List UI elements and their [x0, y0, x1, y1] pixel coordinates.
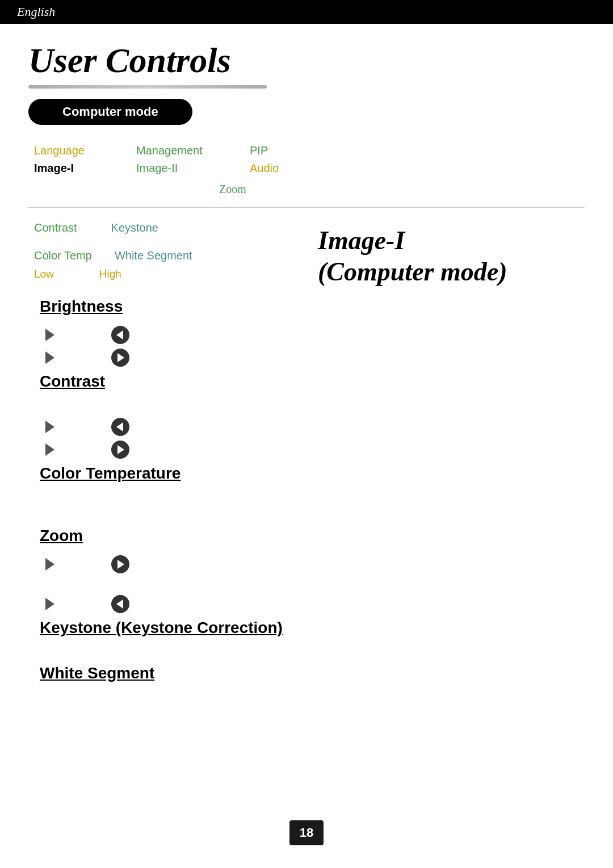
brightness-right-btn-2[interactable]: [111, 349, 129, 367]
contrast-controls: [45, 418, 301, 459]
contrast-row-1: [45, 418, 301, 436]
keystone-heading: Keystone (Keystone Correction): [40, 619, 301, 637]
right-title-line2: (Computer mode): [318, 256, 585, 287]
menu-image-ii[interactable]: Image-II: [136, 160, 250, 177]
page-number: 18: [289, 820, 324, 845]
contrast-arrow-right-2[interactable]: [45, 443, 54, 456]
zoom-heading: Zoom: [40, 527, 301, 545]
contrast-label: Contrast: [34, 219, 77, 237]
contrast-row-2: [45, 441, 301, 459]
zoom-right-btn-1[interactable]: [111, 555, 129, 573]
contrast-arrow-right-1[interactable]: [45, 421, 54, 433]
keystone-label: Keystone: [111, 219, 158, 237]
brightness-section: Brightness: [40, 297, 301, 367]
menu-management[interactable]: Management: [136, 142, 250, 160]
menu-language[interactable]: Language: [34, 142, 136, 160]
low-label: Low: [34, 268, 54, 280]
zoom-label-top: Zoom: [114, 183, 352, 196]
right-title-line1: Image-I: [318, 225, 585, 256]
contrast-left-btn-1[interactable]: [111, 418, 129, 436]
zoom-row-2: [45, 595, 301, 613]
white-segment-heading: White Segment: [40, 664, 301, 682]
contrast-section: Contrast: [40, 372, 301, 459]
mode-badge: Computer mode: [28, 99, 192, 125]
body-sections: Brightness Contrast: [40, 297, 301, 682]
right-title: Image-I (Computer mode): [318, 225, 585, 287]
menu-audio[interactable]: Audio: [250, 160, 318, 177]
color-temp-heading: Color Temperature: [40, 464, 301, 483]
zoom-controls: [45, 555, 301, 613]
brightness-left-btn-1[interactable]: [111, 326, 129, 344]
colortemp-whitesegment-row: Color Temp White Segment: [34, 247, 301, 265]
color-temp-label: Color Temp: [34, 247, 92, 265]
main-content: User Controls Computer mode Language Man…: [0, 24, 613, 727]
section-divider: [28, 207, 585, 208]
white-segment-label: White Segment: [115, 247, 192, 265]
page-number-wrap: 18: [289, 820, 324, 845]
right-panel: Image-I (Computer mode): [318, 219, 585, 287]
zoom-section: Zoom: [40, 527, 301, 613]
language-label: English: [17, 5, 55, 19]
contrast-heading: Contrast: [40, 372, 301, 391]
menu-pip[interactable]: PIP: [250, 142, 318, 160]
brightness-heading: Brightness: [40, 297, 301, 316]
menu-image-i[interactable]: Image-I: [34, 160, 136, 177]
zoom-arrow-right-2[interactable]: [45, 598, 54, 610]
color-temp-spacer2: [40, 510, 301, 527]
contrast-keystone-row: Contrast Keystone: [34, 219, 301, 237]
zoom-left-btn-2[interactable]: [111, 595, 129, 613]
contrast-right-btn-2[interactable]: [111, 441, 129, 459]
title-divider: [28, 85, 267, 89]
zoom-spacer: [45, 578, 301, 595]
mode-badge-wrap: Computer mode: [28, 99, 585, 125]
contrast-spacer-top: [40, 401, 301, 418]
brightness-arrow-right-1[interactable]: [45, 329, 54, 341]
low-high-row: Low High: [34, 268, 301, 280]
high-label: High: [99, 268, 121, 280]
brightness-arrow-right-2[interactable]: [45, 351, 54, 364]
brightness-row-2: [45, 349, 301, 367]
keystone-spacer: [40, 647, 301, 664]
brightness-row-1: [45, 326, 301, 344]
left-panel: Contrast Keystone Color Temp White Segme…: [28, 219, 301, 693]
zoom-row-1: [45, 555, 301, 573]
color-temp-section: Color Temperature: [40, 464, 301, 527]
color-temp-spacer: [40, 493, 301, 510]
top-bar: English: [0, 0, 613, 24]
keystone-section: Keystone (Keystone Correction): [40, 619, 301, 664]
zoom-arrow-right-1[interactable]: [45, 558, 54, 571]
content-layout: Contrast Keystone Color Temp White Segme…: [28, 219, 585, 693]
page-title: User Controls: [28, 41, 585, 79]
menu-grid: Language Management PIP Image-I Image-II…: [34, 142, 585, 177]
brightness-controls: [45, 326, 301, 367]
white-segment-section: White Segment: [40, 664, 301, 682]
